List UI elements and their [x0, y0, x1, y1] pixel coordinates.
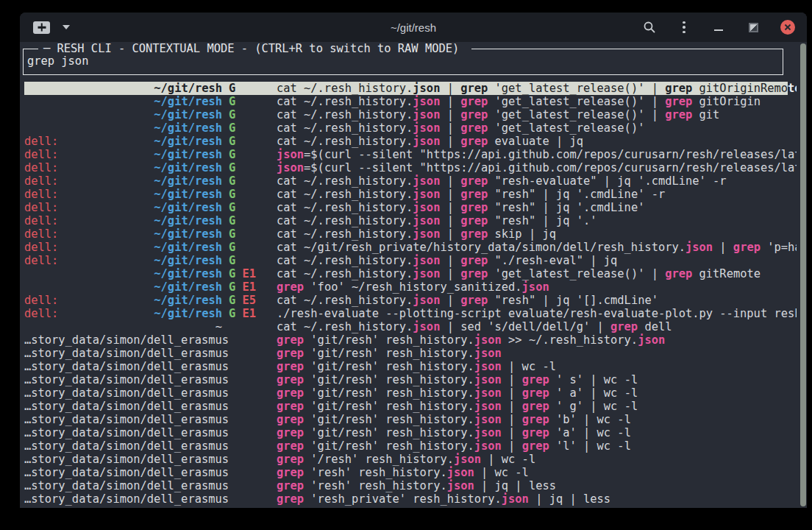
directory-label: ~/git/resh	[154, 267, 222, 280]
flags: G	[222, 254, 277, 267]
command-text: cat ~/.resh_history.json | grep 'get_lat…	[277, 121, 797, 135]
command-text: grep 'git/resh' resh_history.json | wc -…	[277, 360, 797, 373]
history-row[interactable]: ~/git/reshGcat ~/.resh_history.json | gr…	[24, 95, 797, 108]
host-label: dell:	[24, 214, 58, 227]
flags: G	[222, 121, 277, 135]
history-row[interactable]: dell:~/git/reshGcat ~/.resh_history.json…	[24, 188, 797, 201]
command-text: grep 'git/resh' resh_history.json | grep…	[277, 400, 797, 413]
history-row[interactable]: …story_data/simon/dell_erasmusgrep 'resh…	[24, 466, 797, 479]
history-row[interactable]: …story_data/simon/dell_erasmusgrep 'resh…	[24, 479, 797, 492]
flag-g: G	[229, 121, 235, 135]
history-row[interactable]: …story_data/simon/dell_erasmusgrep 'git/…	[24, 426, 797, 439]
history-row[interactable]: …story_data/simon/dell_erasmusgrep 'git/…	[24, 333, 797, 347]
history-row[interactable]: …story_data/simon/dell_erasmusgrep 'git/…	[24, 386, 797, 400]
flags: G	[222, 214, 277, 227]
directory-label: ~/git/resh	[154, 294, 222, 307]
titlebar[interactable]: ~/git/resh	[20, 13, 807, 42]
flag-g: G	[229, 227, 235, 241]
directory-label: ~/git/resh	[154, 82, 222, 95]
history-row[interactable]: ~/git/reshGcat ~/.resh_history.json | gr…	[24, 108, 797, 121]
flags	[222, 360, 277, 373]
history-row[interactable]: dell:~/git/reshGcat ~/.resh_history.json…	[24, 135, 797, 148]
host-label: dell:	[24, 135, 58, 148]
history-row[interactable]: …story_data/simon/dell_erasmusgrep 'git/…	[24, 439, 797, 453]
history-row[interactable]: dell:~/git/reshGcat ~/.resh_history.json…	[24, 254, 797, 267]
flags: G	[222, 82, 277, 95]
directory-label: …story_data/simon/dell_erasmus	[24, 386, 229, 400]
history-row[interactable]: …story_data/simon/dell_erasmusgrep 'git/…	[24, 373, 797, 386]
flags: G E1	[222, 280, 277, 294]
history-row[interactable]: dell:~/git/reshGjson=$(curl --silent "ht…	[24, 148, 797, 161]
history-row[interactable]: …story_data/simon/dell_erasmusgrep '/res…	[24, 453, 797, 466]
new-tab-button[interactable]	[33, 21, 50, 34]
directory-label: ~/git/resh	[154, 254, 222, 267]
directory-label: ~/git/resh	[154, 121, 222, 135]
mode-header-box: ─ RESH CLI - CONTEXTUAL MODE - (CTRL+R t…	[23, 49, 783, 75]
flags	[222, 453, 277, 466]
flags: G	[222, 241, 277, 254]
minimize-button[interactable]	[711, 20, 726, 35]
history-row[interactable]: dell:~/git/reshGcat ~/.resh_history.json…	[24, 227, 797, 241]
directory-label: ~	[216, 320, 222, 333]
history-row[interactable]: dell:~/git/reshGcat ~/git/resh_private/h…	[24, 241, 797, 254]
flags: G	[222, 174, 277, 188]
directory-label: …story_data/simon/dell_erasmus	[24, 347, 229, 360]
directory-label: ~/git/resh	[154, 174, 222, 188]
flags	[222, 333, 277, 347]
history-row[interactable]: …story_data/simon/dell_erasmusgrep 'git/…	[24, 400, 797, 413]
command-text: cat ~/git/resh_private/history_data/simo…	[277, 241, 797, 254]
command-text: cat ~/.resh_history.json | grep evaluate…	[277, 135, 797, 148]
command-text: grep 'git/resh' resh_history.json	[277, 347, 797, 360]
directory-label: …story_data/simon/dell_erasmus	[24, 333, 229, 347]
host-label: dell:	[24, 148, 58, 161]
flag-g: G	[229, 108, 235, 121]
directory-label: ~/git/resh	[154, 108, 222, 121]
search-button[interactable]	[642, 20, 657, 35]
flag-e: E5	[243, 294, 257, 307]
history-row[interactable]: dell:~/git/reshG E5cat ~/.resh_history.j…	[24, 294, 797, 307]
history-row[interactable]: dell:~/git/reshGcat ~/.resh_history.json…	[24, 174, 797, 188]
flags	[222, 373, 277, 386]
scrollbar[interactable]	[800, 43, 806, 506]
command-text: json=$(curl --silent "https://api.github…	[277, 161, 797, 174]
history-row[interactable]: ~/git/reshG E1grep 'foo' ~/resh_history_…	[24, 280, 797, 294]
directory-label: ~/git/resh	[154, 161, 222, 174]
close-button[interactable]	[780, 20, 795, 35]
command-text: grep '/resh' resh_history.json | wc -l	[277, 453, 797, 466]
history-row[interactable]: dell:~/git/reshG E1./resh-evaluate --plo…	[24, 307, 797, 320]
history-row[interactable]: dell:~/git/reshGcat ~/.resh_history.json…	[24, 214, 797, 227]
directory-label: …story_data/simon/dell_erasmus	[24, 400, 229, 413]
flags	[222, 466, 277, 479]
history-row[interactable]: …story_data/simon/dell_erasmusgrep 'git/…	[24, 360, 797, 373]
host-label: dell:	[24, 161, 58, 174]
search-query-input[interactable]: grep json	[27, 54, 88, 68]
history-row[interactable]: …story_data/simon/dell_erasmusgrep 'resh…	[24, 492, 797, 506]
directory-label: …story_data/simon/dell_erasmus	[24, 479, 229, 492]
terminal-content: ─ RESH CLI - CONTEXTUAL MODE - (CTRL+R t…	[20, 42, 807, 508]
directory-label: ~/git/resh	[154, 201, 222, 214]
directory-label: ~/git/resh	[154, 307, 222, 320]
flag-g: G	[229, 241, 235, 254]
history-row[interactable]: …story_data/simon/dell_erasmusgrep 'git/…	[24, 413, 797, 426]
directory-label: …story_data/simon/dell_erasmus	[24, 426, 229, 439]
history-row[interactable]: ~cat ~/.resh_history.json | sed 's/dell/…	[24, 320, 797, 333]
restore-icon	[749, 23, 758, 32]
history-row[interactable]: …story_data/simon/dell_erasmusgrep 'git/…	[24, 347, 797, 360]
command-text: cat ~/.resh_history.json | grep 'get_lat…	[277, 82, 788, 95]
history-row-selected[interactable]: ~/git/reshGcat ~/.resh_history.json | gr…	[24, 82, 797, 95]
history-row[interactable]: ~/git/reshGcat ~/.resh_history.json | gr…	[24, 121, 797, 135]
tab-dropdown-caret-icon[interactable]	[63, 25, 70, 29]
command-text: cat ~/.resh_history.json | grep 'get_lat…	[277, 267, 797, 280]
history-row[interactable]: ~/git/reshG E1cat ~/.resh_history.json |…	[24, 267, 797, 280]
flag-g: G	[229, 82, 235, 95]
command-text: grep 'git/resh' resh_history.json | grep…	[277, 439, 797, 453]
command-text: ./resh-evaluate --plotting-script evalua…	[277, 307, 797, 320]
command-text: cat ~/.resh_history.json | grep 'get_lat…	[277, 108, 797, 121]
history-row[interactable]: dell:~/git/reshGjson=$(curl --silent "ht…	[24, 161, 797, 174]
menu-button[interactable]	[677, 20, 691, 35]
flags: G	[222, 227, 277, 241]
flag-e: E1	[243, 267, 257, 280]
history-row[interactable]: dell:~/git/reshGcat ~/.resh_history.json…	[24, 201, 797, 214]
restore-button[interactable]	[746, 20, 761, 35]
flags	[222, 347, 277, 360]
